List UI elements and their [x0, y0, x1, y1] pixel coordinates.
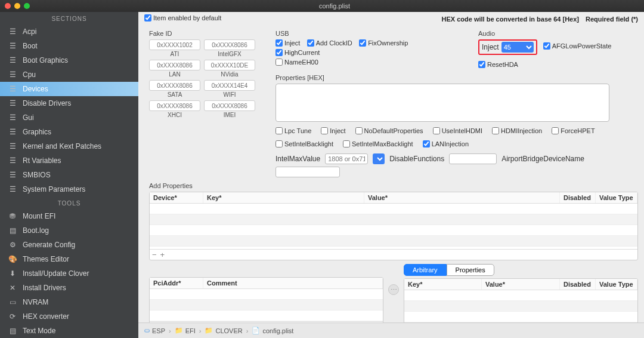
- fakeid-intelgfx-input[interactable]: [204, 39, 255, 50]
- col-device[interactable]: Device*: [150, 192, 203, 203]
- table-row[interactable]: [404, 301, 637, 312]
- fakeid-lan-input[interactable]: [149, 60, 200, 70]
- nodefault-checkbox[interactable]: NoDefaultProperties: [355, 127, 423, 134]
- sidebar-item-smbios[interactable]: ☰SMBIOS: [0, 168, 138, 182]
- col-key[interactable]: Key*: [203, 192, 364, 203]
- tool-nvram[interactable]: ▭NVRAM: [0, 295, 138, 309]
- audio-inject-select[interactable]: 45: [501, 42, 534, 53]
- folder-icon: 📁: [205, 327, 213, 334]
- refresh-icon: ⟳: [8, 312, 17, 321]
- tool-generate-config[interactable]: ⚙Generate Config: [0, 238, 138, 252]
- table-row[interactable]: [150, 289, 383, 300]
- table-row[interactable]: [150, 236, 637, 247]
- col-disabled[interactable]: Disabled: [560, 279, 596, 290]
- fakeid-wifi-input[interactable]: [204, 80, 255, 91]
- sidebar-item-disable-drivers[interactable]: ☰Disable Drivers: [0, 96, 138, 110]
- inject-checkbox[interactable]: Inject: [321, 127, 345, 134]
- table-row[interactable]: [150, 214, 637, 225]
- usb-addclockid-checkbox[interactable]: Add ClockID: [307, 39, 352, 47]
- tab-arbitrary[interactable]: Arbitrary: [404, 264, 447, 276]
- add-row-button[interactable]: +: [160, 250, 165, 259]
- traffic-lights: [5, 3, 30, 9]
- sidebar-item-acpi[interactable]: ☰Acpi: [0, 24, 138, 39]
- fakeid-sata-input[interactable]: [149, 80, 200, 91]
- airportbridge-label: AirportBridgeDeviceName: [501, 155, 584, 163]
- sidebar-item-label: Install/Update Clover: [23, 269, 89, 278]
- sidebar-item-boot[interactable]: ☰Boot: [0, 39, 138, 53]
- crumb-label: config.plist: [262, 327, 293, 334]
- audio-resethda-checkbox[interactable]: ResetHDA: [478, 61, 518, 68]
- table-row[interactable]: [404, 290, 637, 301]
- sidebar-item-gui[interactable]: ☰Gui: [0, 110, 138, 125]
- sidebar-item-cpu[interactable]: ☰Cpu: [0, 67, 138, 82]
- usb-highcurrent-checkbox[interactable]: HighCurrent: [275, 49, 320, 56]
- col-valuetype[interactable]: Value Type: [596, 192, 637, 203]
- airportbridge-input[interactable]: [275, 167, 340, 177]
- col-disabled[interactable]: Disabled: [560, 192, 596, 203]
- fakeid-imei-input[interactable]: [204, 100, 255, 111]
- disablefunctions-input[interactable]: [449, 153, 497, 164]
- fakeid-xhci-input[interactable]: [149, 100, 200, 111]
- properties-hex-textarea[interactable]: [275, 84, 609, 122]
- setintelmaxbacklight-checkbox[interactable]: SetIntelMaxBacklight: [343, 140, 413, 148]
- sidebar-item-graphics[interactable]: ☰Graphics: [0, 125, 138, 139]
- checkbox-label: HighCurrent: [284, 49, 320, 56]
- usb-nameeh00-checkbox[interactable]: NameEH00: [275, 59, 318, 66]
- sidebar-item-label: Install Drivers: [23, 284, 66, 292]
- audio-afg-checkbox[interactable]: AFGLowPowerState: [543, 42, 612, 50]
- useintelhdmi-checkbox[interactable]: UseIntelHDMI: [433, 127, 482, 134]
- table-row[interactable]: [150, 204, 637, 214]
- tool-hex-converter[interactable]: ⟳HEX converter: [0, 309, 138, 324]
- fakeid-ati-input[interactable]: [149, 39, 200, 50]
- table-row[interactable]: [404, 312, 637, 322]
- crumb-config-plist[interactable]: 📄config.plist: [252, 327, 293, 334]
- usb-title: USB: [275, 30, 454, 37]
- laninjection-checkbox[interactable]: LANInjection: [423, 140, 469, 148]
- remove-row-button[interactable]: −: [152, 250, 157, 259]
- minimize-icon[interactable]: [14, 3, 20, 9]
- intelmaxvalue-select[interactable]: [373, 153, 385, 164]
- col-value[interactable]: Value*: [482, 279, 560, 290]
- tool-text-mode[interactable]: ▤Text Mode: [0, 324, 138, 338]
- crumb-clover[interactable]: 📁CLOVER: [205, 327, 242, 334]
- crumb-esp[interactable]: ⛀ESP: [144, 327, 165, 334]
- list-icon: ☰: [8, 99, 17, 107]
- list-icon: ☰: [8, 156, 17, 165]
- tool-install-update-clover[interactable]: ⬇Install/Update Clover: [0, 266, 138, 281]
- sidebar-item-kernel-kext[interactable]: ☰Kernel and Kext Patches: [0, 139, 138, 153]
- sidebar-item-rt-variables[interactable]: ☰Rt Variables: [0, 153, 138, 168]
- sidebar-item-system-parameters[interactable]: ☰System Parameters: [0, 182, 138, 196]
- tool-mount-efi[interactable]: ⛃Mount EFI: [0, 209, 138, 223]
- sidebar-item-label: Kernel and Kext Patches: [23, 142, 101, 150]
- sidebar-item-devices[interactable]: ☰Devices: [0, 82, 138, 96]
- fakeid-nvidia-input[interactable]: [204, 60, 255, 70]
- chevron-right-icon: ›: [169, 327, 171, 334]
- zoom-icon[interactable]: [24, 3, 30, 9]
- crumb-efi[interactable]: 📁EFI: [175, 327, 196, 334]
- intelmaxvalue-input[interactable]: [325, 153, 368, 164]
- table-row[interactable]: [150, 225, 637, 236]
- col-valuetype[interactable]: Value Type: [596, 279, 637, 290]
- col-key[interactable]: Key*: [404, 279, 482, 290]
- tool-bootlog[interactable]: ▤Boot.log: [0, 223, 138, 238]
- usb-fixownership-checkbox[interactable]: FixOwnership: [359, 39, 408, 47]
- tab-properties[interactable]: Properties: [447, 264, 494, 276]
- col-value[interactable]: Value*: [364, 192, 560, 203]
- sidebar-item-label: Disable Drivers: [23, 99, 71, 107]
- lpctune-checkbox[interactable]: Lpc Tune: [275, 127, 311, 134]
- tool-install-drivers[interactable]: ✕Install Drivers: [0, 281, 138, 295]
- col-pciaddr[interactable]: PciAddr*: [150, 278, 203, 288]
- forcehpet-checkbox[interactable]: ForceHPET: [552, 127, 595, 134]
- close-icon[interactable]: [5, 3, 11, 9]
- tool-themes-editor[interactable]: 🎨Themes Editor: [0, 252, 138, 266]
- table-row[interactable]: [150, 300, 383, 311]
- table-row[interactable]: [150, 311, 383, 321]
- usb-inject-checkbox[interactable]: Inject: [275, 39, 300, 47]
- hdmiinjection-checkbox[interactable]: HDMIInjection: [492, 127, 542, 134]
- sidebar-item-boot-graphics[interactable]: ☰Boot Graphics: [0, 53, 138, 67]
- setintelbacklight-checkbox[interactable]: SetIntelBacklight: [275, 140, 333, 148]
- checkbox-label: Add ClockID: [316, 39, 352, 47]
- col-comment[interactable]: Comment: [203, 278, 383, 288]
- item-enabled-checkbox[interactable]: Item enabled by default: [144, 14, 221, 21]
- list-icon: ☰: [8, 56, 17, 64]
